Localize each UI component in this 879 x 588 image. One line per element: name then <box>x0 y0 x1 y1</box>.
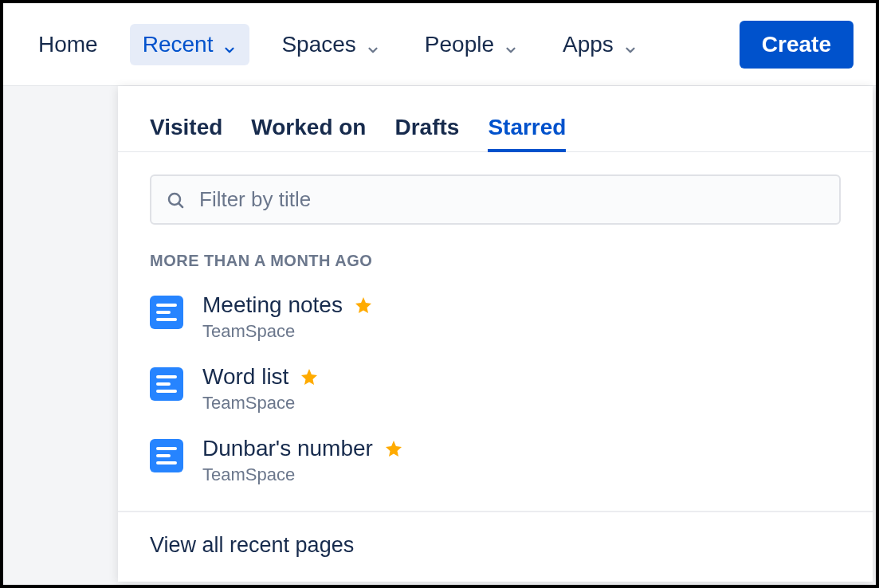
nav-spaces[interactable]: Spaces <box>269 24 392 65</box>
nav-people[interactable]: People <box>412 24 531 65</box>
tab-worked-on[interactable]: Worked on <box>251 115 366 151</box>
list-item[interactable]: Word list TeamSpace <box>150 353 841 425</box>
list-item-text: Word list TeamSpace <box>202 364 319 414</box>
create-button-label: Create <box>762 32 831 57</box>
list-item-space: TeamSpace <box>202 321 373 342</box>
list-item-space: TeamSpace <box>202 393 319 414</box>
list-item[interactable]: Meeting notes TeamSpace <box>150 281 841 353</box>
nav-home[interactable]: Home <box>26 24 111 65</box>
star-icon[interactable] <box>300 367 319 386</box>
create-button[interactable]: Create <box>740 21 853 69</box>
nav-spaces-label: Spaces <box>281 32 355 57</box>
search-icon <box>166 190 185 210</box>
filter-container <box>118 152 873 225</box>
chevron-down-icon <box>504 37 518 52</box>
list-item-text: Dunbar's number TeamSpace <box>202 436 403 485</box>
list-item-title: Word list <box>202 364 288 390</box>
section-heading: More than a month ago <box>118 225 873 270</box>
tab-starred[interactable]: Starred <box>488 115 566 151</box>
nav-apps-label: Apps <box>563 32 614 57</box>
svg-line-1 <box>179 203 182 206</box>
star-icon[interactable] <box>354 296 373 315</box>
list-item-title: Dunbar's number <box>202 436 373 461</box>
nav-apps[interactable]: Apps <box>550 24 650 65</box>
chevron-down-icon <box>623 37 638 52</box>
view-all-recent-link[interactable]: View all recent pages <box>118 512 873 578</box>
nav-recent[interactable]: Recent <box>130 24 250 65</box>
tab-drafts[interactable]: Drafts <box>394 115 459 151</box>
top-navigation: Home Recent Spaces People Apps Create <box>3 3 876 86</box>
list-item-text: Meeting notes TeamSpace <box>202 292 373 342</box>
chevron-down-icon <box>222 37 237 52</box>
nav-people-label: People <box>425 32 494 57</box>
filter-box[interactable] <box>150 174 841 225</box>
nav-recent-label: Recent <box>143 32 214 57</box>
list-item[interactable]: Dunbar's number TeamSpace <box>150 425 841 496</box>
list-item-title: Meeting notes <box>202 292 343 318</box>
list-item-space: TeamSpace <box>202 465 403 485</box>
recent-tab-bar: Visited Worked on Drafts Starred <box>118 86 873 152</box>
star-icon[interactable] <box>384 439 403 458</box>
chevron-down-icon <box>366 37 380 52</box>
page-icon <box>150 367 183 401</box>
filter-input[interactable] <box>199 187 825 212</box>
page-icon <box>150 296 183 329</box>
page-icon <box>150 439 183 472</box>
nav-home-label: Home <box>38 32 98 57</box>
starred-list: Meeting notes TeamSpace Word list TeamSp… <box>118 270 873 511</box>
tab-visited[interactable]: Visited <box>150 115 222 151</box>
recent-dropdown-panel: Visited Worked on Drafts Starred More th… <box>118 86 873 582</box>
